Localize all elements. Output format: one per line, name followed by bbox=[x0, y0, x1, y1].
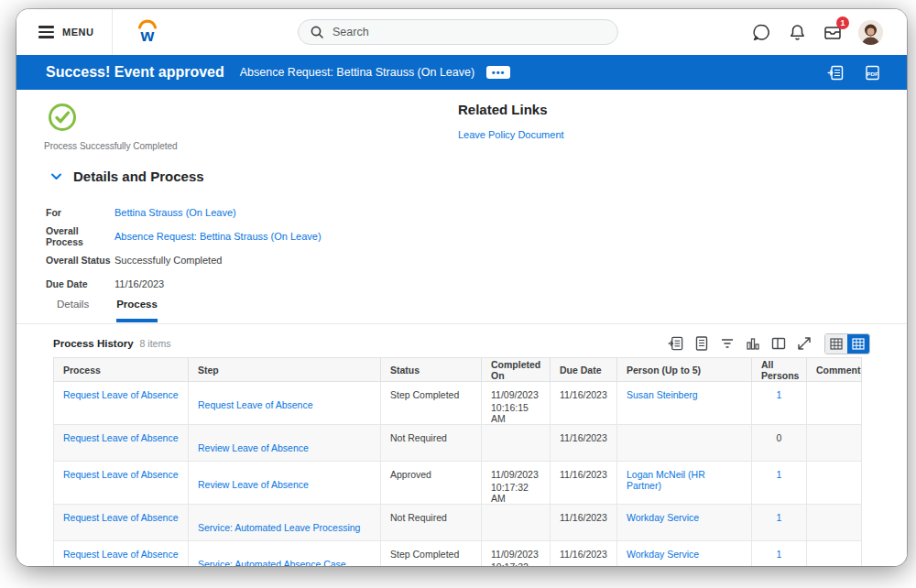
inbox-icon[interactable]: 1 bbox=[823, 22, 843, 42]
status-cell: Step Completed bbox=[381, 541, 482, 567]
field-row-for: For Bettina Strauss (On Leave) bbox=[46, 201, 322, 224]
section-title: Details and Process bbox=[73, 169, 204, 184]
due-date-cell: 11/16/2023 bbox=[551, 505, 617, 541]
column-header[interactable]: Person (Up to 5) bbox=[617, 358, 752, 382]
grid-toolbar bbox=[667, 333, 870, 354]
related-links-title: Related Links bbox=[458, 102, 564, 117]
all-persons-link[interactable]: 1 bbox=[777, 389, 782, 400]
grid-items-count: 8 items bbox=[140, 338, 171, 349]
field-value: 11/16/2023 bbox=[114, 278, 164, 289]
printable-view-icon[interactable] bbox=[692, 335, 710, 353]
step-link[interactable]: Review Leave of Absence bbox=[198, 442, 309, 453]
search-bar[interactable] bbox=[298, 19, 618, 45]
success-check-icon bbox=[48, 103, 77, 132]
column-header[interactable]: Process bbox=[54, 358, 189, 382]
due-date-cell: 11/16/2023 bbox=[551, 425, 617, 462]
due-date-cell: 11/16/2023 bbox=[551, 541, 617, 567]
hamburger-icon bbox=[38, 26, 54, 38]
topbar-actions: 1 bbox=[751, 20, 907, 45]
all-persons-link[interactable]: 1 bbox=[777, 512, 782, 523]
column-header[interactable]: Due Date bbox=[551, 358, 617, 382]
process-link[interactable]: Request Leave of Absence bbox=[63, 432, 179, 443]
grid-title: Process History bbox=[53, 338, 134, 349]
column-header[interactable]: Completed On bbox=[482, 358, 551, 382]
related-link-leave-policy[interactable]: Leave Policy Document bbox=[458, 129, 564, 140]
related-links-panel: Related Links Leave Policy Document bbox=[458, 102, 564, 142]
chart-icon[interactable] bbox=[744, 335, 761, 353]
field-label: Overall Process bbox=[46, 225, 114, 247]
all-persons-link[interactable]: 1 bbox=[777, 549, 782, 560]
banner-actions: PDF bbox=[826, 63, 907, 82]
main-content: Process Successfully Completed Related L… bbox=[16, 90, 907, 566]
due-date-cell: 11/16/2023 bbox=[551, 382, 617, 425]
step-cell: Service: Automated Absence Case Creation bbox=[189, 541, 381, 567]
person-cell: Workday Service bbox=[617, 541, 752, 567]
process-cell: Request Leave of Absence bbox=[54, 541, 189, 567]
pdf-icon[interactable]: PDF bbox=[863, 63, 881, 82]
chat-icon[interactable] bbox=[751, 22, 771, 42]
person-cell: Susan Steinberg bbox=[617, 382, 752, 425]
all-persons-link[interactable]: 1 bbox=[777, 469, 782, 480]
step-link[interactable]: Request Leave of Absence bbox=[198, 399, 313, 410]
status-caption: Process Successfully Completed bbox=[44, 141, 178, 151]
completed-on-cell bbox=[482, 505, 551, 541]
column-header[interactable]: Step bbox=[189, 358, 381, 382]
person-cell bbox=[617, 425, 752, 462]
menu-label: MENU bbox=[62, 27, 93, 38]
field-label: For bbox=[46, 207, 114, 218]
step-link[interactable]: Review Leave of Absence bbox=[198, 479, 309, 490]
field-row-due-date: Due Date 11/16/2023 bbox=[46, 272, 322, 296]
person-link[interactable]: Workday Service bbox=[627, 512, 699, 523]
top-bar: MENU w 1 bbox=[16, 9, 907, 55]
process-link[interactable]: Request Leave of Absence bbox=[63, 549, 179, 560]
person-link[interactable]: Logan McNeil (HR Partner) bbox=[627, 469, 705, 491]
column-header[interactable]: Status bbox=[381, 358, 482, 382]
step-link[interactable]: Service: Automated Absence Case Creation bbox=[198, 559, 346, 566]
step-link[interactable]: Service: Automated Leave Processing bbox=[198, 522, 360, 533]
tab-details[interactable]: Details bbox=[57, 299, 89, 322]
grid-titlebar: Process History 8 items bbox=[53, 332, 870, 354]
column-header[interactable]: Comment bbox=[807, 358, 862, 382]
compact-grid-button[interactable] bbox=[825, 334, 847, 354]
person-cell: Workday Service bbox=[617, 505, 752, 541]
comment-cell bbox=[807, 505, 862, 541]
expand-icon[interactable] bbox=[795, 335, 812, 353]
search-icon bbox=[310, 25, 324, 39]
export-excel-icon[interactable] bbox=[826, 63, 845, 82]
menu-button[interactable]: MENU bbox=[16, 9, 112, 55]
filter-icon[interactable] bbox=[718, 335, 736, 353]
manage-columns-icon[interactable] bbox=[769, 335, 787, 353]
details-fields: For Bettina Strauss (On Leave) Overall P… bbox=[46, 201, 322, 296]
svg-text:w: w bbox=[140, 26, 155, 45]
person-link[interactable]: Susan Steinberg bbox=[627, 389, 698, 400]
process-link[interactable]: Request Leave of Absence bbox=[63, 469, 179, 480]
completed-on-cell: 11/09/202310:17:32 AM bbox=[482, 541, 551, 567]
tab-process[interactable]: Process bbox=[116, 299, 158, 322]
column-header[interactable]: All Persons bbox=[752, 358, 807, 382]
process-history-table: ProcessStepStatusCompleted OnDue DatePer… bbox=[53, 357, 862, 566]
chevron-down-icon bbox=[50, 172, 62, 181]
grid-view-toggle bbox=[824, 333, 870, 354]
related-actions-button[interactable]: ••• bbox=[486, 66, 510, 79]
field-value: Successfully Completed bbox=[114, 255, 222, 266]
divider bbox=[112, 9, 113, 55]
export-excel-icon[interactable] bbox=[667, 335, 684, 353]
table-row: Request Leave of AbsenceReview Leave of … bbox=[54, 425, 862, 462]
avatar[interactable] bbox=[858, 20, 883, 45]
svg-text:PDF: PDF bbox=[867, 70, 878, 76]
status-cell: Not Required bbox=[381, 505, 482, 541]
field-value-link[interactable]: Absence Request: Bettina Strauss (On Lea… bbox=[114, 231, 322, 242]
table-row: Request Leave of AbsenceRequest Leave of… bbox=[54, 382, 862, 425]
divider bbox=[16, 323, 907, 324]
field-value-link[interactable]: Bettina Strauss (On Leave) bbox=[114, 207, 236, 218]
search-input[interactable] bbox=[333, 26, 606, 38]
banner-subtitle: Absence Request: Bettina Strauss (On Lea… bbox=[240, 66, 474, 79]
notifications-bell-icon[interactable] bbox=[787, 22, 807, 42]
workday-logo[interactable]: w bbox=[135, 18, 160, 46]
process-link[interactable]: Request Leave of Absence bbox=[63, 512, 179, 523]
table-row: Request Leave of AbsenceService: Automat… bbox=[54, 505, 862, 541]
details-and-process-header[interactable]: Details and Process bbox=[50, 169, 204, 184]
person-link[interactable]: Workday Service bbox=[627, 549, 699, 560]
expanded-grid-button[interactable] bbox=[847, 334, 869, 354]
process-link[interactable]: Request Leave of Absence bbox=[63, 389, 179, 400]
